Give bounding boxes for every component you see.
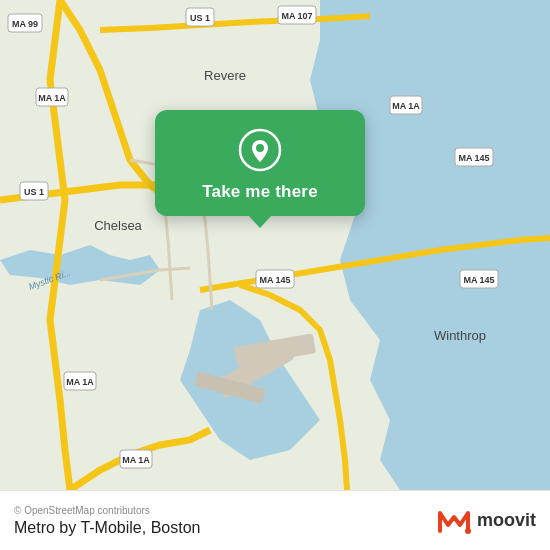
svg-text:US 1: US 1 [190,13,210,23]
svg-text:MA 1A: MA 1A [122,455,150,465]
svg-point-31 [256,144,264,152]
bottom-info: © OpenStreetMap contributors Metro by T-… [14,505,200,537]
svg-text:MA 145: MA 145 [259,275,290,285]
svg-text:MA 1A: MA 1A [392,101,420,111]
svg-text:MA 145: MA 145 [463,275,494,285]
svg-text:MA 107: MA 107 [281,11,312,21]
svg-text:US 1: US 1 [24,187,44,197]
svg-point-33 [465,528,471,534]
svg-text:MA 1A: MA 1A [38,93,66,103]
svg-text:MA 1A: MA 1A [66,377,94,387]
map-svg: MA 99 US 1 MA 107 MA 1A US 1 Revere MA 1… [0,0,550,490]
svg-text:Revere: Revere [204,68,246,83]
moovit-logo: moovit [436,503,536,539]
svg-text:Winthrop: Winthrop [434,328,486,343]
take-me-there-button[interactable]: Take me there [202,182,318,202]
bottom-bar: © OpenStreetMap contributors Metro by T-… [0,490,550,550]
svg-text:Chelsea: Chelsea [94,218,142,233]
location-title: Metro by T-Mobile, Boston [14,519,200,537]
map-container: MA 99 US 1 MA 107 MA 1A US 1 Revere MA 1… [0,0,550,490]
popup-card[interactable]: Take me there [155,110,365,216]
svg-text:MA 99: MA 99 [12,19,38,29]
svg-text:MA 145: MA 145 [458,153,489,163]
attribution-text: © OpenStreetMap contributors [14,505,200,516]
location-pin-icon [238,128,282,172]
moovit-text-label: moovit [477,510,536,531]
moovit-logo-icon [436,503,472,539]
